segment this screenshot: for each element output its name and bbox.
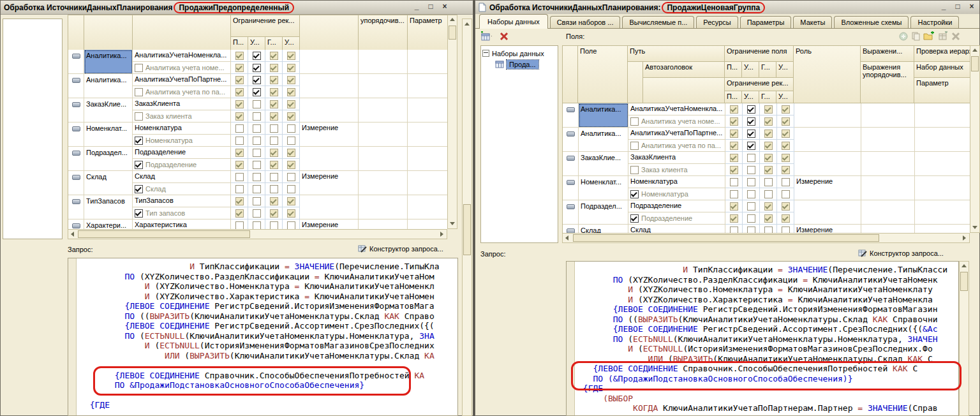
path-cell[interactable]: АналитикаУчетаНоменкла... <box>133 50 231 62</box>
restriction-cell[interactable] <box>265 86 283 98</box>
tab-active[interactable]: Наборы данных <box>479 14 548 29</box>
add-dataset-button[interactable] <box>480 31 492 41</box>
vscroll-thumb[interactable] <box>960 272 968 291</box>
restriction-cell[interactable] <box>743 103 760 115</box>
restriction-cell[interactable] <box>725 176 743 188</box>
restriction-cell[interactable] <box>725 103 743 115</box>
role-cell[interactable] <box>794 200 861 225</box>
header-restriction-col-p[interactable]: П... <box>230 36 248 50</box>
checkbox[interactable] <box>287 185 295 193</box>
order-expression-cell[interactable] <box>861 103 915 128</box>
checkbox[interactable] <box>747 227 755 234</box>
checkbox[interactable] <box>782 130 790 138</box>
tab-inactive[interactable]: Связи наборов ... <box>550 16 621 28</box>
checkbox[interactable] <box>253 52 261 60</box>
checkbox[interactable] <box>287 137 295 145</box>
scroll-up-icon[interactable] <box>972 48 977 52</box>
checkbox[interactable] <box>253 209 261 218</box>
checkbox[interactable] <box>287 112 295 121</box>
header-restriction-col-g2[interactable]: Г... <box>759 91 776 103</box>
checkbox[interactable] <box>235 185 244 193</box>
header-path[interactable]: Путь <box>627 45 725 62</box>
header-order-expr[interactable]: Выражения упорядочив... <box>860 61 914 103</box>
order-expression-cell[interactable] <box>359 147 408 171</box>
checkbox[interactable] <box>287 149 295 157</box>
parameter-cell[interactable] <box>915 200 971 225</box>
checkbox[interactable] <box>287 76 295 84</box>
fields-table[interactable]: Аналитика...АналитикаУчетаНоменкла...Ана… <box>562 103 972 233</box>
restriction-cell[interactable] <box>231 74 248 86</box>
header-parameter[interactable]: Параметр <box>914 77 970 103</box>
restriction-cell[interactable] <box>743 176 760 188</box>
scroll-down-icon[interactable] <box>972 226 977 229</box>
restriction-cell[interactable] <box>283 159 300 171</box>
table-vscrollbar[interactable] <box>447 15 457 229</box>
checkbox[interactable] <box>253 173 261 181</box>
header-field-restriction[interactable]: Ограничение поля <box>724 45 794 62</box>
checkbox[interactable] <box>782 214 790 223</box>
row-selector[interactable] <box>68 50 84 74</box>
restriction-cell[interactable] <box>283 74 300 86</box>
restriction-cell[interactable] <box>283 50 300 62</box>
restriction-cell[interactable] <box>777 164 794 176</box>
restriction-cell[interactable] <box>231 183 248 195</box>
delete-field-button[interactable] <box>950 31 961 41</box>
restriction-cell[interactable] <box>231 86 248 98</box>
checkbox[interactable] <box>270 112 278 121</box>
restriction-cell[interactable] <box>265 74 283 86</box>
restriction-cell[interactable] <box>248 171 265 183</box>
restriction-cell[interactable] <box>760 200 777 212</box>
restriction-cell[interactable] <box>743 212 760 225</box>
restriction-cell[interactable] <box>248 183 265 195</box>
autotitle-cell[interactable]: Заказ клиента <box>628 164 725 176</box>
path-cell[interactable]: ТипЗапасов <box>133 195 231 207</box>
role-cell[interactable] <box>794 128 861 152</box>
checkbox[interactable] <box>782 142 790 150</box>
path-cell[interactable]: Склад <box>133 171 231 183</box>
restriction-cell[interactable] <box>725 164 743 176</box>
header-parameter[interactable]: Параметр <box>407 15 448 50</box>
checkbox[interactable] <box>235 100 244 108</box>
checkbox[interactable] <box>135 64 143 72</box>
checkbox[interactable] <box>764 142 773 150</box>
add-field-button[interactable] <box>898 31 909 41</box>
vscroll-thumb[interactable] <box>463 204 471 255</box>
checkbox[interactable] <box>747 105 755 114</box>
checkbox[interactable] <box>730 190 738 198</box>
row-selector[interactable] <box>563 225 579 233</box>
role-cell[interactable] <box>300 147 359 171</box>
order-expression-cell[interactable] <box>861 200 915 225</box>
path-cell[interactable]: Характеристика <box>133 219 231 229</box>
row-selector[interactable] <box>68 123 84 147</box>
checkbox[interactable] <box>135 112 143 121</box>
row-selector[interactable] <box>68 147 84 171</box>
restriction-cell[interactable] <box>725 200 743 212</box>
restriction-cell[interactable] <box>283 62 300 74</box>
role-cell[interactable] <box>794 103 861 128</box>
parameter-cell[interactable] <box>915 128 971 152</box>
restriction-cell[interactable] <box>743 225 760 233</box>
tab-inactive[interactable]: Параметры <box>740 16 792 28</box>
checkbox[interactable] <box>747 117 755 126</box>
order-expression-cell[interactable] <box>861 152 915 176</box>
restriction-cell[interactable] <box>248 135 265 147</box>
restriction-cell[interactable] <box>777 225 794 233</box>
restriction-cell[interactable] <box>231 171 248 183</box>
query-builder-link[interactable]: Конструктор запроса... <box>858 249 944 258</box>
tree-item-dataset[interactable]: Прода... <box>495 59 556 70</box>
restriction-cell[interactable] <box>265 147 283 159</box>
checkbox[interactable] <box>270 209 278 218</box>
restriction-cell[interactable] <box>265 183 283 195</box>
checkbox[interactable] <box>235 52 244 60</box>
header-record-restriction[interactable]: Ограничение рек... <box>230 15 300 37</box>
header-restriction-col-u3[interactable]: У... <box>741 91 759 103</box>
checkbox[interactable] <box>253 149 261 157</box>
checkbox[interactable] <box>253 112 261 121</box>
restriction-cell[interactable] <box>231 123 248 135</box>
parameter-cell[interactable] <box>915 103 971 128</box>
hscroll-thumb[interactable] <box>78 230 250 238</box>
path-cell[interactable]: АналитикаУчетаНоменкла... <box>628 103 725 115</box>
checkbox[interactable] <box>135 88 143 96</box>
row-selector[interactable] <box>563 152 579 176</box>
row-selector[interactable] <box>68 98 84 123</box>
